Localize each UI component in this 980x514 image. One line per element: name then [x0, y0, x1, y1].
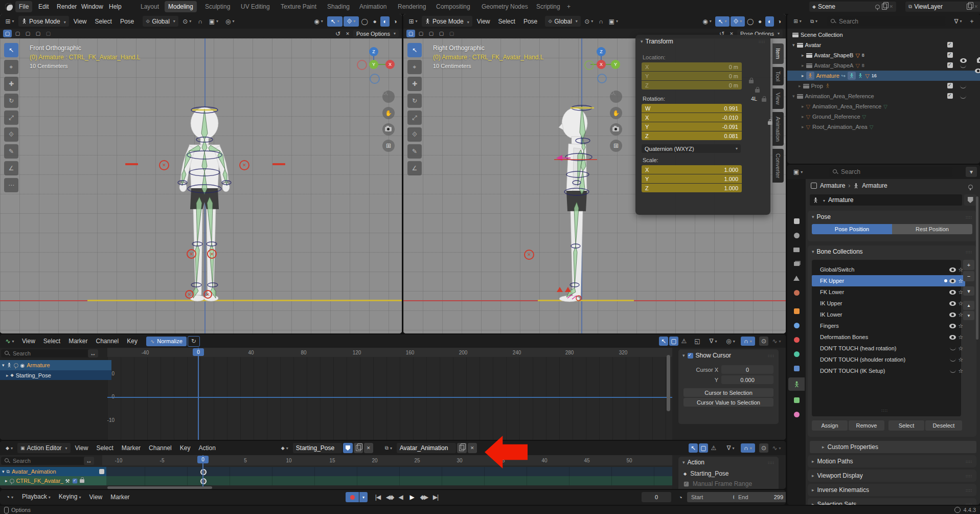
drag-handle[interactable]: ::::	[966, 488, 972, 493]
tool-measure[interactable]	[4, 161, 18, 175]
cursor-x-field[interactable]: 0	[721, 365, 773, 374]
pose-position-button[interactable]: Pose Position	[812, 224, 892, 234]
orthographic-toggle-icon[interactable]	[382, 140, 395, 152]
bone-collection-row[interactable]: DON'T TOUCH (head rotation)	[812, 343, 965, 354]
camera-view-icon[interactable]	[610, 123, 622, 136]
pin-icon[interactable]	[10, 479, 14, 483]
jump-to-start-button[interactable]	[372, 492, 383, 502]
scale-y-field[interactable]: Y1.000	[642, 174, 742, 183]
favorite-icon[interactable]	[958, 266, 963, 273]
menu-playback[interactable]: Playback	[18, 491, 54, 503]
viewport-front[interactable]: Pose Mode View Select Pose Global	[0, 14, 402, 333]
tab-output-icon[interactable]	[791, 244, 802, 255]
favorite-icon[interactable]	[958, 334, 963, 341]
select-button[interactable]: Select	[888, 420, 924, 431]
rotation-w-field[interactable]: W0.991	[642, 104, 742, 113]
menu-help[interactable]: Help	[105, 1, 125, 12]
tool-scale[interactable]	[4, 110, 18, 125]
menu-channel[interactable]: Channel	[93, 336, 123, 347]
toggle-prop[interactable]	[947, 83, 953, 90]
lock-icon[interactable]	[768, 121, 772, 125]
outliner-row-ground-reference[interactable]: ▽Ground_Reference ▽	[800, 111, 980, 122]
mode-select[interactable]: Pose Mode	[422, 16, 472, 27]
overlays-button[interactable]	[344, 16, 359, 27]
cursor-value-to-selection-button[interactable]: Cursor Value to Selection	[683, 398, 773, 407]
pin-icon[interactable]	[968, 185, 973, 189]
menu-keying[interactable]: Keying	[55, 491, 85, 503]
outliner-display-mode[interactable]	[790, 16, 805, 27]
collapse-icon[interactable]	[812, 214, 814, 219]
sidebar-tab-view[interactable]: View	[772, 88, 784, 109]
filter-icon[interactable]	[706, 337, 720, 346]
bone-collection-row[interactable]: IK Lower	[812, 309, 965, 320]
next-keyframe-button[interactable]	[418, 492, 429, 502]
motion-paths-panel[interactable]: Motion Paths::::	[808, 455, 976, 467]
select-tool-icon[interactable]	[689, 443, 698, 453]
menu-view[interactable]: View	[18, 336, 39, 347]
shading-solid-button[interactable]	[756, 16, 764, 27]
flip-pose-icon[interactable]	[334, 30, 342, 37]
pivot-icon[interactable]	[759, 443, 768, 453]
pivot-icon[interactable]	[759, 337, 768, 346]
pin-icon[interactable]	[14, 363, 18, 368]
proportional-edit-icon[interactable]	[723, 337, 738, 346]
network-offline-icon[interactable]	[954, 507, 961, 513]
tab-constraints-icon[interactable]	[791, 363, 802, 373]
scrollbar[interactable]	[976, 196, 978, 340]
navigation-gizmo[interactable]: Z X Y	[357, 47, 393, 83]
copy-icon[interactable]	[882, 4, 887, 10]
outliner-row-avatar-shapea[interactable]: Avatar_ShapeA ▽8	[800, 60, 980, 71]
expander-icon[interactable]	[792, 42, 795, 48]
filter-icon[interactable]	[723, 443, 738, 453]
custom-properties-panel[interactable]: Custom Properties	[810, 441, 976, 453]
cursor-to-selection-button[interactable]: Cursor to Selection	[683, 388, 773, 397]
expander-icon[interactable]	[802, 73, 804, 78]
shading-material-button[interactable]	[765, 16, 774, 27]
copy-action-button[interactable]	[354, 443, 363, 453]
remove-collection-button[interactable]	[963, 271, 974, 281]
properties-search-input[interactable]: Search	[829, 167, 952, 177]
favorite-icon[interactable]	[958, 345, 963, 352]
keyframe[interactable]	[200, 469, 207, 475]
menu-view[interactable]: View	[473, 16, 494, 27]
specials-menu-button[interactable]	[963, 286, 974, 296]
manual-range-checkbox[interactable]	[684, 481, 689, 486]
outliner-row-root-animation-area[interactable]: ▽Root_Animation_Area ▽	[800, 122, 980, 132]
foot-marker-right[interactable]	[203, 290, 212, 299]
rotation-z-field[interactable]: Z0.081	[642, 131, 742, 140]
favorite-icon[interactable]	[958, 278, 963, 284]
select-mode-extra[interactable]	[44, 30, 53, 37]
pose-options-dropdown[interactable]: Pose Options	[353, 30, 399, 37]
expander-icon[interactable]	[2, 469, 5, 474]
channel-ctrl-fk-avatar-hand[interactable]: CTRL_FK_Avatar_Ha ⚒	[0, 476, 106, 485]
editor-type-icon[interactable]	[405, 16, 421, 27]
rotation-lock-indicator[interactable]: 4L	[751, 96, 757, 102]
eye-icon[interactable]	[975, 69, 980, 73]
keyframe[interactable]	[200, 478, 207, 484]
tab-world-icon[interactable]	[791, 287, 802, 298]
outliner-search-input[interactable]: Search	[827, 16, 945, 26]
snap-settings-button[interactable]	[606, 16, 621, 27]
gizmo-x-axis[interactable]: X	[597, 60, 606, 69]
copy-icon[interactable]	[967, 4, 972, 10]
tab-render-icon[interactable]	[791, 230, 802, 240]
auto-normalize-icon[interactable]	[188, 336, 200, 347]
tab-layout[interactable]: Layout	[137, 1, 163, 12]
show-overlays-button[interactable]	[311, 16, 326, 27]
orientation-select[interactable]: Global	[143, 16, 178, 27]
snap-magnet-icon[interactable]	[196, 16, 205, 27]
menu-key[interactable]: Key	[176, 442, 194, 454]
slot-icon[interactable]	[381, 443, 396, 453]
jump-to-end-button[interactable]	[430, 492, 441, 502]
resize-handle[interactable]: ::::	[881, 408, 888, 413]
bone-collection-row[interactable]: DON'T TOUCH (shoulder rotation)	[812, 354, 965, 365]
normalize-toggle[interactable]: Normalize	[146, 337, 187, 346]
zoom-icon[interactable]	[610, 91, 622, 103]
menu-select[interactable]: Select	[495, 16, 519, 27]
close-icon[interactable]	[889, 4, 893, 9]
expander-icon[interactable]	[5, 478, 8, 483]
character-front[interactable]	[153, 95, 256, 309]
rotation-mode-select[interactable]: Quaternion (WXYZ)	[642, 144, 741, 153]
action-datablock-icon[interactable]	[278, 443, 292, 453]
menu-edit[interactable]: Edit	[35, 1, 53, 12]
